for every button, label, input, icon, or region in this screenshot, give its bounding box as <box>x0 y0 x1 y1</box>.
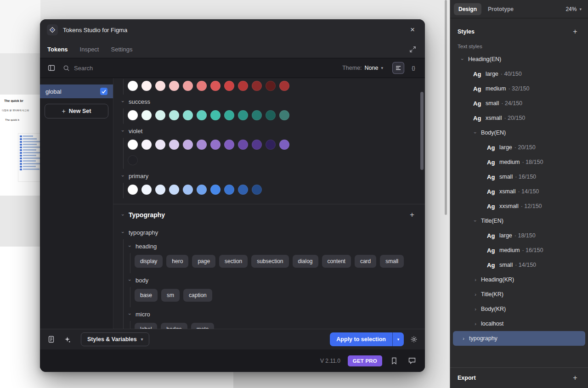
collapse-icon[interactable] <box>407 44 418 54</box>
chevron-down-icon[interactable]: › <box>473 219 478 223</box>
color-swatch[interactable] <box>183 81 193 91</box>
text-style-row[interactable]: Agmedium· 18/150 <box>450 155 588 169</box>
sparkle-icon[interactable] <box>61 333 73 345</box>
typography-group-header[interactable]: › typography <box>121 225 418 239</box>
token-set-item[interactable]: global <box>40 84 113 98</box>
color-swatch[interactable] <box>183 140 193 150</box>
token-group-header[interactable]: ›body <box>128 273 418 287</box>
token-chip[interactable]: label <box>135 323 157 329</box>
add-export-icon[interactable]: + <box>570 372 581 383</box>
color-swatch[interactable] <box>224 81 234 91</box>
color-swatch[interactable] <box>197 140 207 150</box>
list-view-button[interactable] <box>392 62 404 74</box>
text-style-row[interactable]: Agxxsmall· 12/150 <box>450 199 588 214</box>
color-swatch[interactable] <box>224 185 234 195</box>
bookmark-icon[interactable] <box>388 355 400 367</box>
style-group-row[interactable]: ›Title(KR) <box>450 287 588 302</box>
color-swatch[interactable] <box>183 185 193 195</box>
color-swatch[interactable] <box>210 110 220 120</box>
document-icon[interactable] <box>45 333 57 345</box>
style-group-row[interactable]: ›Body(KR) <box>450 302 588 316</box>
color-swatch[interactable] <box>128 155 138 165</box>
color-swatch[interactable] <box>169 81 179 91</box>
token-chip[interactable]: dialog <box>293 255 318 268</box>
chevron-right-icon[interactable]: › <box>473 321 478 326</box>
styles-variables-dropdown[interactable]: Styles & Variables ▾ <box>81 332 149 346</box>
color-swatch[interactable] <box>128 81 138 91</box>
color-swatch[interactable] <box>210 140 220 150</box>
color-swatch[interactable] <box>169 140 179 150</box>
token-group-header[interactable]: ›success <box>121 95 418 108</box>
color-swatch[interactable] <box>252 81 262 91</box>
color-swatch[interactable] <box>279 110 289 120</box>
scrollbar[interactable] <box>420 92 424 170</box>
style-group-row[interactable]: ›typography <box>453 331 585 346</box>
get-pro-button[interactable]: GET PRO <box>348 355 382 366</box>
color-swatch[interactable] <box>238 140 248 150</box>
sidebar-toggle-icon[interactable] <box>45 62 57 74</box>
text-style-row[interactable]: Agxsmall· 20/150 <box>450 111 588 125</box>
text-style-row[interactable]: Agmedium· 16/150 <box>450 243 588 258</box>
theme-dropdown[interactable]: Theme: None ▾ <box>342 65 383 71</box>
chevron-right-icon[interactable]: › <box>473 306 478 312</box>
color-swatch[interactable] <box>128 185 138 195</box>
token-group-header[interactable]: ›heading <box>128 239 418 253</box>
color-swatch[interactable] <box>252 140 262 150</box>
style-group-row[interactable]: ›Heading(KR) <box>450 272 588 287</box>
color-swatch[interactable] <box>141 110 152 120</box>
style-group-row[interactable]: ›localhost <box>450 316 588 331</box>
token-chip[interactable]: subsection <box>251 255 288 268</box>
text-style-row[interactable]: Agmedium· 32/150 <box>450 81 588 96</box>
chevron-right-icon[interactable]: › <box>473 292 478 297</box>
style-group-row[interactable]: ›Heading(EN) <box>450 52 588 67</box>
color-swatch[interactable] <box>141 185 152 195</box>
token-chip[interactable]: hero <box>166 255 188 268</box>
style-group-row[interactable]: ›Body(EN) <box>450 125 588 140</box>
zoom-dropdown[interactable]: 24% ▾ <box>563 6 584 12</box>
token-chip[interactable]: meta <box>191 323 215 329</box>
color-swatch[interactable] <box>169 185 179 195</box>
color-swatch[interactable] <box>210 185 220 195</box>
token-chip[interactable]: section <box>219 255 248 268</box>
token-group-header[interactable]: ›primary <box>121 169 418 183</box>
text-style-row[interactable]: Agsmall· 24/150 <box>450 96 588 111</box>
text-style-row[interactable]: Agsmall· 14/150 <box>450 258 588 272</box>
comment-icon[interactable] <box>406 355 418 367</box>
token-group-header[interactable]: ›micro <box>128 307 418 321</box>
color-swatch[interactable] <box>224 140 234 150</box>
tab-settings[interactable]: Settings <box>111 46 132 53</box>
color-swatch[interactable] <box>169 110 179 120</box>
color-swatch[interactable] <box>252 185 262 195</box>
chevron-right-icon[interactable]: › <box>461 336 466 341</box>
text-style-row[interactable]: Aglarge· 20/150 <box>450 140 588 155</box>
canvas-scrollbar[interactable] <box>445 0 447 215</box>
tab-design[interactable]: Design <box>454 3 481 15</box>
color-swatch[interactable] <box>238 110 248 120</box>
color-swatch[interactable] <box>128 110 138 120</box>
tab-tokens[interactable]: Tokens <box>47 46 68 53</box>
text-style-row[interactable]: Aglarge· 40/150 <box>450 67 588 81</box>
color-swatch[interactable] <box>210 81 220 91</box>
checkbox-checked-icon[interactable] <box>100 88 107 95</box>
token-chip[interactable]: small <box>380 255 404 268</box>
token-chip[interactable]: content <box>322 255 351 268</box>
chevron-down-icon[interactable]: › <box>460 57 465 62</box>
text-style-row[interactable]: Agsmall· 16/150 <box>450 169 588 184</box>
text-style-row[interactable]: Agxsmall· 14/150 <box>450 184 588 199</box>
token-chip[interactable]: display <box>135 255 163 268</box>
color-swatch[interactable] <box>155 140 165 150</box>
color-swatch[interactable] <box>279 140 289 150</box>
text-style-row[interactable]: Aglarge· 18/150 <box>450 228 588 243</box>
gear-icon[interactable] <box>408 333 420 345</box>
color-swatch[interactable] <box>252 110 262 120</box>
color-swatch[interactable] <box>197 110 207 120</box>
color-swatch[interactable] <box>197 81 207 91</box>
add-style-icon[interactable]: + <box>570 26 581 37</box>
color-swatch[interactable] <box>279 81 289 91</box>
search-input[interactable]: Search <box>63 65 337 72</box>
style-group-row[interactable]: ›Title(EN) <box>450 214 588 228</box>
json-view-button[interactable]: {} <box>407 62 419 74</box>
close-icon[interactable]: × <box>407 24 418 35</box>
token-chip[interactable]: sm <box>161 289 180 302</box>
token-chip[interactable]: card <box>355 255 376 268</box>
